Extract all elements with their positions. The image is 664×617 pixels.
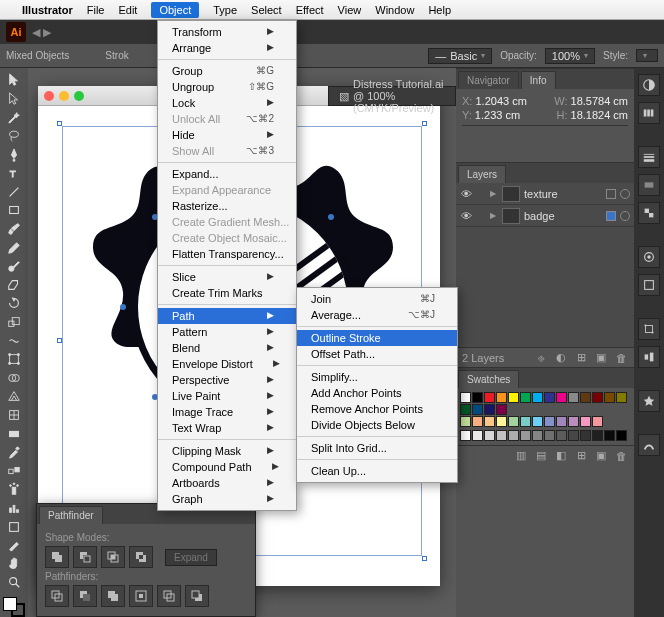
symbols-panel-icon[interactable]: [638, 390, 660, 412]
menu-object[interactable]: Object: [151, 2, 199, 18]
swatch[interactable]: [544, 430, 555, 441]
zoom-window-icon[interactable]: [74, 91, 84, 101]
align-panel-icon[interactable]: [638, 346, 660, 368]
swatch[interactable]: [520, 430, 531, 441]
minimize-window-icon[interactable]: [59, 91, 69, 101]
new-sublayer-icon[interactable]: ⊞: [574, 351, 588, 365]
layer-name[interactable]: badge: [524, 210, 606, 222]
target-icon[interactable]: [606, 211, 616, 221]
path-submenu[interactable]: Join⌘JAverage...⌥⌘JOutline StrokeOffset …: [296, 287, 458, 483]
line-tool[interactable]: [2, 184, 26, 201]
swatch[interactable]: [460, 416, 471, 427]
pathfinder-panel[interactable]: Pathfinder Shape Modes: Expand Pathfinde…: [36, 503, 256, 617]
mesh-tool[interactable]: [2, 407, 26, 424]
column-graph-tool[interactable]: [2, 500, 26, 517]
graphic-styles-panel-icon[interactable]: [638, 274, 660, 296]
free-transform-tool[interactable]: [2, 351, 26, 368]
path-menu-item-remove-anchor-points[interactable]: Remove Anchor Points: [297, 401, 457, 417]
brushes-panel-icon[interactable]: [638, 434, 660, 456]
crop-button[interactable]: [129, 585, 153, 607]
swatch[interactable]: [604, 392, 615, 403]
locate-object-icon[interactable]: ⎆: [534, 351, 548, 365]
swatch[interactable]: [484, 392, 495, 403]
direct-selection-tool[interactable]: [2, 91, 26, 108]
selection-tool[interactable]: [2, 72, 26, 89]
visibility-toggle-icon[interactable]: 👁: [456, 188, 476, 200]
layer-row-texture[interactable]: 👁▶texture: [456, 183, 634, 205]
swatch[interactable]: [508, 416, 519, 427]
blob-brush-tool[interactable]: [2, 258, 26, 275]
path-menu-item-divide-objects-below[interactable]: Divide Objects Below: [297, 417, 457, 433]
menu-type[interactable]: Type: [213, 4, 237, 16]
tab-swatches[interactable]: Swatches: [458, 370, 519, 388]
swatch[interactable]: [472, 404, 483, 415]
delete-swatch-icon[interactable]: 🗑: [614, 449, 628, 463]
menu-help[interactable]: Help: [428, 4, 451, 16]
path-menu-item-split-into-grid-[interactable]: Split Into Grid...: [297, 440, 457, 456]
visibility-toggle-icon[interactable]: 👁: [456, 210, 476, 222]
menu-effect[interactable]: Effect: [296, 4, 324, 16]
tab-info[interactable]: Info: [521, 71, 556, 89]
width-tool[interactable]: [2, 332, 26, 349]
shape-builder-tool[interactable]: [2, 370, 26, 387]
path-menu-item-offset-path-[interactable]: Offset Path...: [297, 346, 457, 362]
object-menu-item-compound-path[interactable]: Compound Path▶: [158, 459, 296, 475]
tab-pathfinder[interactable]: Pathfinder: [39, 506, 103, 524]
path-menu-item-outline-stroke[interactable]: Outline Stroke: [297, 330, 457, 346]
traffic-lights[interactable]: [44, 91, 84, 101]
tab-nav-arrows[interactable]: ◀ ▶: [32, 26, 51, 39]
trim-button[interactable]: [73, 585, 97, 607]
swatch[interactable]: [592, 392, 603, 403]
paintbrush-tool[interactable]: [2, 221, 26, 238]
outline-button[interactable]: [157, 585, 181, 607]
menu-edit[interactable]: Edit: [118, 4, 137, 16]
swatch[interactable]: [616, 392, 627, 403]
layer-row-badge[interactable]: 👁▶badge: [456, 205, 634, 227]
zoom-tool[interactable]: [2, 574, 26, 591]
object-menu-item-group[interactable]: Group⌘G: [158, 63, 296, 79]
path-menu-item-simplify-[interactable]: Simplify...: [297, 369, 457, 385]
object-menu-item-arrange[interactable]: Arrange▶: [158, 40, 296, 56]
object-menu-item-transform[interactable]: Transform▶: [158, 24, 296, 40]
gradient-panel-icon[interactable]: [638, 174, 660, 196]
intersect-button[interactable]: [101, 546, 125, 568]
rotate-tool[interactable]: [2, 295, 26, 312]
close-window-icon[interactable]: [44, 91, 54, 101]
transparency-panel-icon[interactable]: [638, 202, 660, 224]
expand-button[interactable]: Expand: [165, 549, 217, 566]
swatch[interactable]: [544, 392, 555, 403]
object-menu-item-hide[interactable]: Hide▶: [158, 127, 296, 143]
eyedropper-tool[interactable]: [2, 444, 26, 461]
object-menu-item-path[interactable]: Path▶: [158, 308, 296, 324]
stroke-panel-icon[interactable]: [638, 146, 660, 168]
menu-file[interactable]: File: [87, 4, 105, 16]
object-menu-item-perspective[interactable]: Perspective▶: [158, 372, 296, 388]
merge-button[interactable]: [101, 585, 125, 607]
swatch[interactable]: [556, 392, 567, 403]
appearance-panel-icon[interactable]: [638, 246, 660, 268]
delete-layer-icon[interactable]: 🗑: [614, 351, 628, 365]
object-menu[interactable]: Transform▶Arrange▶Group⌘GUngroup⇧⌘GLock▶…: [157, 20, 297, 511]
target-icon[interactable]: [606, 189, 616, 199]
swatch[interactable]: [460, 392, 471, 403]
swatch[interactable]: [592, 416, 603, 427]
transform-panel-icon[interactable]: [638, 318, 660, 340]
object-menu-item-lock[interactable]: Lock▶: [158, 95, 296, 111]
swatch[interactable]: [580, 430, 591, 441]
swatch[interactable]: [484, 430, 495, 441]
object-menu-item-artboards[interactable]: Artboards▶: [158, 475, 296, 491]
divide-button[interactable]: [45, 585, 69, 607]
object-menu-item-rasterize-[interactable]: Rasterize...: [158, 198, 296, 214]
swatch[interactable]: [460, 430, 471, 441]
unite-button[interactable]: [45, 546, 69, 568]
fill-stroke-swatch[interactable]: [3, 597, 25, 617]
object-menu-item-envelope-distort[interactable]: Envelope Distort▶: [158, 356, 296, 372]
object-menu-item-slice[interactable]: Slice▶: [158, 269, 296, 285]
swatch[interactable]: [568, 392, 579, 403]
swatch[interactable]: [496, 416, 507, 427]
show-swatch-kinds-icon[interactable]: ▤: [534, 449, 548, 463]
color-panel-icon[interactable]: [638, 74, 660, 96]
fill-swatch[interactable]: [3, 597, 17, 611]
pen-tool[interactable]: [2, 146, 26, 163]
tab-layers[interactable]: Layers: [458, 165, 506, 183]
